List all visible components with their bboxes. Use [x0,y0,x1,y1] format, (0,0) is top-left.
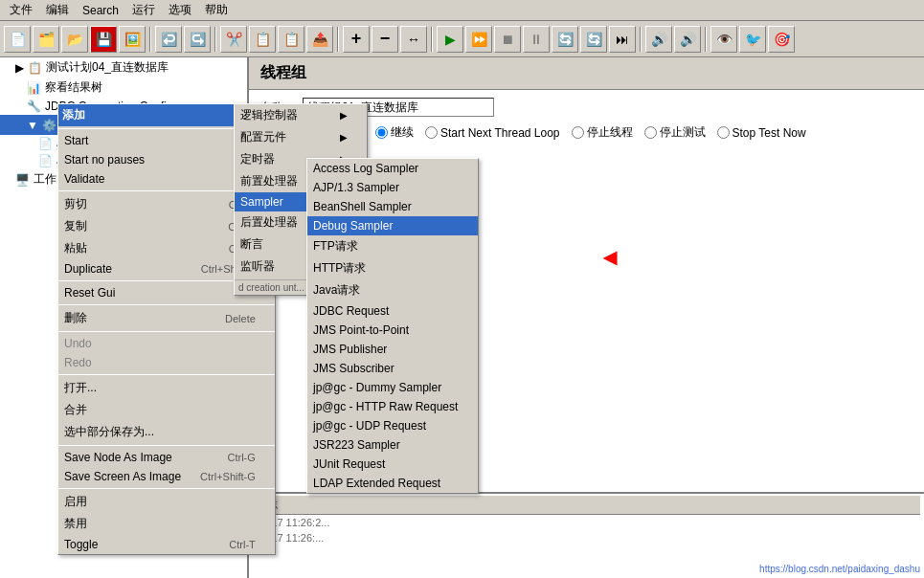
sampler-access-log-label: Access Log Sampler [313,162,418,175]
red-arrow-indicator: ◀ [603,247,617,268]
sampler-jpgc-dummy[interactable]: jp@gc - Dummy Sampler [307,378,478,397]
ctx-save-screen-img-label: Save Screen As Image [64,470,181,483]
sub1-preprocessor-label: 前置处理器 [240,173,298,189]
sampler-jsr223[interactable]: JSR223 Sampler [307,435,478,455]
ctx-save-node-img[interactable]: Save Node As Image Ctrl-G [58,448,275,467]
ctx-resetgui-label: Reset Gui [64,286,115,300]
ctx-delete-shortcut: Delete [225,313,256,324]
ctx-delete[interactable]: 删除 Delete [58,307,275,329]
sampler-debug-label: Debug Sampler [313,219,393,233]
ctx-paste-label: 粘贴 [64,240,87,256]
sub1-logic-arrow: ▶ [340,110,348,121]
sampler-jms-publisher-label: JMS Publisher [313,343,387,356]
sampler-jms-subscriber[interactable]: JMS Subscriber [307,359,478,378]
sampler-ftp[interactable]: FTP请求 [307,235,478,257]
ctx-saveas[interactable]: 选中部分保存为... [58,421,275,443]
ctx-cut-label: 剪切 [64,196,87,212]
ctx-sep-4 [58,304,275,305]
sampler-jms-subscriber-label: JMS Subscriber [313,362,394,375]
sampler-junit[interactable]: JUnit Request [307,455,478,474]
sub1-sampler-label: Sampler [240,195,283,209]
sampler-ldap[interactable]: LDAP Extended Request [307,474,478,493]
ctx-duplicate-label: Duplicate [64,262,112,276]
ctx-validate-label: Validate [64,172,104,186]
ctx-merge[interactable]: 合并 [58,399,275,421]
sub1-postprocessor-label: 后置处理器 [240,214,298,231]
sub1-listener-label: 监听器 [240,258,275,275]
ctx-add-label: 添加 [62,107,85,123]
sub1-timer-label: 定时器 [240,151,275,167]
sub1-logic[interactable]: 逻辑控制器 ▶ [235,104,367,126]
ctx-copy-label: 复制 [64,218,87,234]
ctx-disable-label: 禁用 [64,516,87,532]
sampler-java[interactable]: Java请求 [307,279,478,301]
sampler-ajp-label: AJP/1.3 Sampler [313,181,399,194]
sampler-http[interactable]: HTTP请求 [307,257,478,279]
sampler-access-log[interactable]: Access Log Sampler [307,159,478,178]
sampler-jpgc-http-raw[interactable]: jp@gc - HTTP Raw Request [307,397,478,416]
sampler-jms-publisher[interactable]: JMS Publisher [307,340,478,359]
sub1-assertion-label: 断言 [240,236,263,253]
ctx-sep-5 [58,331,275,332]
ctx-enable-label: 启用 [64,494,87,510]
sampler-ajp[interactable]: AJP/1.3 Sampler [307,178,478,197]
ctx-enable[interactable]: 启用 [58,491,275,513]
sampler-java-label: Java请求 [313,282,360,299]
ctx-saveas-label: 选中部分保存为... [64,424,154,440]
context-menu-overlay[interactable]: 添加 ▶ Start Start no pauses Validate 剪切 C… [0,0,924,578]
ctx-toggle[interactable]: Toggle Ctrl-T [58,535,275,554]
ctx-sep-6 [58,374,275,375]
sampler-beanshell[interactable]: BeanShell Sampler [307,197,478,216]
sampler-junit-label: JUnit Request [313,457,385,471]
ctx-undo-label: Undo [64,337,92,350]
ctx-open-label: 打开... [64,380,97,396]
sampler-jpgc-dummy-label: jp@gc - Dummy Sampler [313,381,441,394]
ctx-toggle-shortcut: Ctrl-T [229,539,256,550]
ctx-undo: Undo [58,334,275,353]
sampler-beanshell-label: BeanShell Sampler [313,200,412,213]
sampler-jpgc-http-raw-label: jp@gc - HTTP Raw Request [313,400,458,413]
sub1-config-arrow: ▶ [340,132,348,143]
ctx-start-label: Start [64,134,88,147]
sampler-jdbc[interactable]: JDBC Request [307,301,478,321]
sampler-jdbc-label: JDBC Request [313,304,389,318]
sampler-http-label: HTTP请求 [313,260,366,277]
ctx-delete-label: 删除 [64,310,87,326]
sub1-config-label: 配置元件 [240,129,286,145]
ctx-start-nopauses-label: Start no pauses [64,153,145,167]
sub1-config[interactable]: 配置元件 ▶ [235,126,367,148]
ctx-redo: Redo [58,353,275,372]
ctx-save-screen-img[interactable]: Save Screen As Image Ctrl+Shift-G [58,467,275,486]
ctx-save-node-img-label: Save Node As Image [64,451,172,464]
ctx-save-node-img-shortcut: Ctrl-G [228,452,256,463]
sampler-jms-p2p-label: JMS Point-to-Point [313,323,409,337]
ctx-sep-7 [58,445,275,446]
sampler-jpgc-udp-label: jp@gc - UDP Request [313,419,426,433]
ctx-sep-8 [58,488,275,489]
ctx-toggle-label: Toggle [64,538,98,551]
ctx-merge-label: 合并 [64,402,87,418]
sampler-debug[interactable]: Debug Sampler [307,216,478,235]
sub1-logic-label: 逻辑控制器 [240,107,298,123]
sampler-ftp-label: FTP请求 [313,238,358,255]
sampler-ldap-label: LDAP Extended Request [313,477,440,490]
sampler-jpgc-udp[interactable]: jp@gc - UDP Request [307,416,478,435]
ctx-open[interactable]: 打开... [58,377,275,399]
ctx-disable[interactable]: 禁用 [58,513,275,535]
sampler-jms-p2p[interactable]: JMS Point-to-Point [307,321,478,340]
submenu-sampler: Access Log Sampler AJP/1.3 Sampler BeanS… [306,158,479,494]
ctx-redo-label: Redo [64,356,92,369]
sampler-jsr223-label: JSR223 Sampler [313,438,400,452]
ctx-save-screen-img-shortcut: Ctrl+Shift-G [200,471,256,482]
